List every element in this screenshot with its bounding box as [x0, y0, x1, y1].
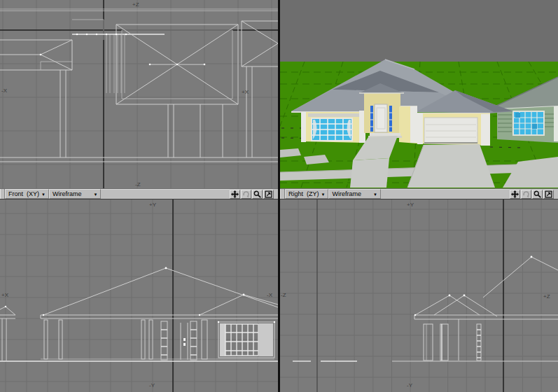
pan-button[interactable] — [510, 190, 520, 199]
zoom-button[interactable] — [532, 190, 543, 199]
viewport-bg — [0, 0, 278, 188]
viewport-bg — [280, 200, 558, 392]
render-mode-select[interactable]: Wireframe ▼ — [49, 189, 101, 199]
axis-label-left: +X — [1, 292, 9, 298]
zoom-magnifier-icon — [253, 190, 261, 198]
maximize-viewport-icon — [545, 190, 552, 198]
viewport-front-xy[interactable]: +Y -Y +X -X — [0, 200, 278, 392]
chevron-down-icon: ▼ — [41, 192, 46, 197]
axis-label-right: +X — [242, 89, 249, 95]
view-name: Right — [288, 191, 303, 197]
zoom-button[interactable] — [252, 190, 263, 199]
sky — [280, 0, 558, 62]
pan-move-icon — [231, 190, 239, 198]
axis-label-left: -Z — [281, 292, 286, 298]
chevron-down-icon: ▼ — [93, 192, 97, 197]
viewport-perspective-shaded[interactable] — [280, 0, 558, 188]
view-projection: (ZY) — [307, 191, 319, 197]
viewport-divider[interactable] — [278, 0, 280, 392]
toolbar-grip[interactable] — [0, 189, 5, 199]
rotate-view-icon — [522, 190, 530, 198]
viewport-toolbar-front: Front (XY) ▼ Wireframe ▼ — [0, 188, 278, 200]
render-mode-select[interactable]: Wireframe ▼ — [328, 189, 380, 199]
rotate-view-icon — [242, 190, 250, 198]
modeler-window: +Z -Z -X +X — [0, 0, 558, 392]
view-type-select[interactable]: Right (ZY) ▼ — [285, 189, 328, 199]
chevron-down-icon: ▼ — [373, 192, 377, 197]
toolbar-grip[interactable] — [280, 189, 285, 199]
axis-label-bottom: -Z — [135, 181, 141, 188]
viewport-bg — [0, 200, 278, 392]
view-name: Front — [8, 191, 23, 197]
pan-move-icon — [511, 190, 519, 198]
view-type-select[interactable]: Front (XY) ▼ — [5, 189, 49, 199]
toolbar-spacer — [381, 189, 510, 199]
axis-label-bottom: -Y — [407, 382, 413, 388]
axis-label-right: +Z — [543, 293, 550, 300]
render-mode: Wireframe — [53, 191, 82, 197]
pan-button[interactable] — [230, 190, 240, 199]
maximize-button[interactable] — [543, 190, 554, 199]
axis-label-top: +Z — [132, 1, 139, 8]
axis-label-bottom: -Y — [149, 382, 155, 388]
door-sidelight-right — [389, 106, 392, 132]
rotate-button[interactable] — [521, 190, 531, 199]
maximize-viewport-icon — [265, 190, 272, 198]
door-sidelight-left — [370, 106, 373, 132]
rotate-button[interactable] — [241, 190, 251, 199]
viewport-toolbar-right: Right (ZY) ▼ Wireframe ▼ — [280, 188, 558, 200]
zoom-magnifier-icon — [533, 190, 541, 198]
chevron-down-icon: ▼ — [321, 192, 326, 197]
axis-label-top: +Y — [407, 202, 414, 208]
toolbar-spacer — [101, 189, 230, 199]
axis-label-top: +Y — [149, 202, 157, 208]
axis-label-left: -X — [1, 88, 8, 94]
viewport-top-plan[interactable]: +Z -Z -X +X — [0, 0, 278, 188]
maximize-button[interactable] — [263, 190, 274, 199]
render-mode: Wireframe — [332, 191, 361, 197]
axis-label-right: -X — [267, 292, 273, 298]
viewport-right-zy[interactable]: +Y -Y -Z +Z — [280, 200, 558, 392]
view-projection: (XY) — [27, 191, 39, 197]
